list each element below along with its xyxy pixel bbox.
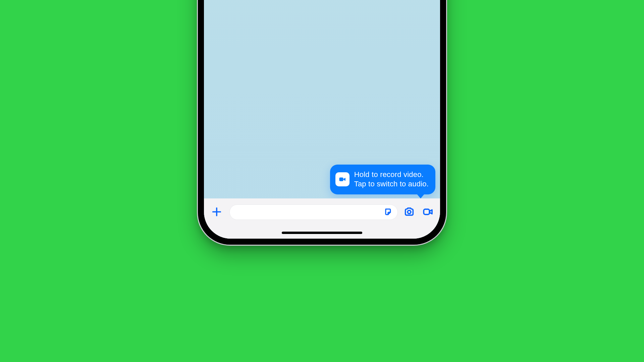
screen: Hold to record video. Tap to switch to a… [204, 0, 440, 239]
tooltip-line-2: Tap to switch to audio. [354, 179, 429, 189]
tooltip-line-1: Hold to record video. [354, 170, 429, 180]
message-input[interactable] [230, 205, 397, 220]
sticker-button[interactable] [383, 206, 394, 218]
tooltip-text: Hold to record video. Tap to switch to a… [354, 170, 429, 189]
svg-rect-2 [424, 209, 429, 215]
add-button[interactable] [209, 205, 224, 220]
message-input-capsule [229, 204, 398, 220]
phone-frame: Hold to record video. Tap to switch to a… [198, 0, 446, 245]
svg-point-1 [408, 210, 411, 214]
svg-rect-0 [339, 178, 343, 181]
sticker-icon [384, 207, 393, 218]
camera-button[interactable] [402, 205, 417, 220]
video-record-button[interactable] [421, 205, 435, 220]
video-camera-icon [335, 172, 350, 186]
record-hint-tooltip: Hold to record video. Tap to switch to a… [330, 165, 435, 194]
video-camera-icon [422, 206, 434, 219]
plus-icon [211, 206, 222, 219]
home-indicator [282, 232, 362, 234]
camera-icon [404, 206, 415, 219]
